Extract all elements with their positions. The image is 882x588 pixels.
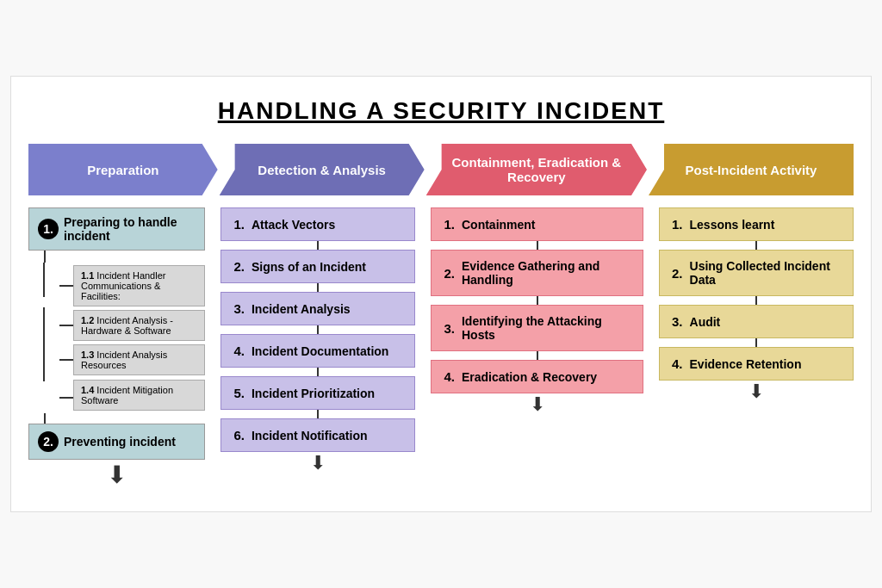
contain-item-2: 2. Evidence Gathering and Handling [431,250,643,296]
contain-arrow-down: ⬇ [530,395,545,414]
detect-conn-4 [317,368,319,376]
post-item-2: 2. Using Collected Incident Data [659,250,854,296]
post-item-4: 4. Evidence Retention [659,347,854,381]
phase-preparation: Preparation [28,144,218,195]
phase-containment: Containment, Eradication & Recovery [426,144,647,195]
detect-arrow-down: ⬇ [310,454,326,473]
prep-arrow-down: ⬇ [28,463,205,487]
col-post-incident: 1. Lessons learnt 2. Using Collected Inc… [659,207,854,401]
sub-item-1.2: 1.2 Incident Analysis - Hardware & Softw… [73,310,205,341]
post-conn-1 [755,241,757,250]
post-item-1: 1. Lessons learnt [659,207,854,241]
phase-post-incident: Post-Incident Activity [649,144,854,195]
contain-item-4: 4. Eradication & Recovery [431,360,643,393]
contain-item-3: 3. Identifying the Attacking Hosts [431,305,643,351]
detect-item-5: 5. Incident Prioritization [220,376,415,410]
detect-item-2: 2. Signs of an Incident [220,250,415,283]
prep-number-1: 1. [38,219,59,239]
connector-v-1 [44,251,46,263]
col-preparation: 1. Preparing to handle incident 1.1 Inci… [28,207,205,487]
sub-row-1.3: 1.3 Incident Analysis Resources [28,342,205,378]
sub-item-1.1: 1.1 Incident Handler Communications & Fa… [73,265,205,306]
detect-conn-2 [317,283,319,292]
contain-conn-2 [537,296,538,305]
prep-main-item-2: 2. Preventing incident [28,424,205,460]
main-container: HANDLING A SECURITY INCIDENT Preparation… [10,76,872,512]
sub-row-1.2: 1.2 Incident Analysis - Hardware & Softw… [28,307,205,344]
detect-conn-1 [317,241,319,250]
sub-row-1.1: 1.1 Incident Handler Communications & Fa… [28,263,205,309]
prep-number-2: 2. [38,431,59,452]
post-item-3: 3. Audit [659,305,854,338]
detect-item-6: 6. Incident Notification [220,418,415,452]
post-arrow-down: ⬇ [748,382,764,401]
detect-item-3: 3. Incident Analysis [220,292,415,325]
connector-v-2 [44,413,46,424]
prep-main-item-1: 1. Preparing to handle incident [28,207,205,251]
contain-item-1: 1. Containment [431,207,643,241]
detect-conn-3 [317,325,319,334]
post-conn-3 [755,338,757,347]
phase-detection: Detection & Analysis [220,144,425,195]
post-conn-2 [755,296,757,305]
sub-item-1.4: 1.4 Incident Mitigation Software [73,380,205,411]
phases-row: Preparation Detection & Analysis Contain… [28,144,854,195]
page-title: HANDLING A SECURITY INCIDENT [28,97,854,125]
col-detection: 1. Attack Vectors 2. Signs of an Inciden… [220,207,415,473]
sub-items: 1.1 Incident Handler Communications & Fa… [28,263,205,413]
contain-conn-1 [537,241,538,250]
detect-item-4: 4. Incident Documentation [220,334,415,368]
detect-conn-5 [317,410,319,418]
contain-conn-3 [537,351,538,360]
col-containment: 1. Containment 2. Evidence Gathering and… [431,207,643,414]
content-row: 1. Preparing to handle incident 1.1 Inci… [28,207,854,487]
sub-item-1.3: 1.3 Incident Analysis Resources [73,344,205,375]
sub-row-1.4: 1.4 Incident Mitigation Software [28,376,205,413]
detect-item-1: 1. Attack Vectors [220,207,415,241]
